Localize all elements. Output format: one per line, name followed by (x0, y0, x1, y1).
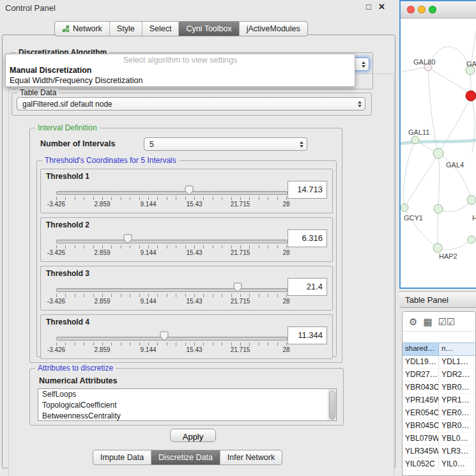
network-node[interactable] (411, 136, 419, 144)
attributes-group-title: Attributes to discretize (35, 364, 116, 372)
settings-gear-icon[interactable]: ⚙ (409, 317, 417, 326)
axis-tick-label: 15.43 (186, 346, 202, 353)
axis-tick-label: 21.715 (231, 249, 250, 256)
table-row[interactable]: YBL079WYBL0… (403, 433, 475, 445)
table-panel-titlebar[interactable]: Table Panel (399, 291, 476, 308)
threshold-box-4: Threshold 4-3.4262.8599.14415.4321.71528… (40, 314, 333, 359)
attribute-item-selfloops[interactable]: SelfLoops (38, 389, 336, 400)
axis-tick-label: 2.859 (94, 249, 110, 256)
table-data-group-title: Table Data (17, 88, 59, 97)
popup-item-manual-discretization[interactable]: Manual Discretization (6, 65, 355, 75)
network-node[interactable] (468, 236, 475, 243)
scrollbar-thumb[interactable] (329, 390, 335, 420)
minimize-traffic-light[interactable] (418, 6, 426, 13)
tab-discretize-data[interactable]: Discretize Data (151, 450, 220, 464)
column-header-0[interactable]: shared… (403, 343, 439, 355)
threshold-value-input[interactable]: 6.316 (288, 229, 327, 247)
tab-infer-network[interactable]: Infer Network (220, 450, 282, 464)
axis-tick-label: -3.426 (47, 346, 65, 353)
network-node[interactable] (467, 196, 476, 204)
slider-thumb-icon[interactable] (185, 185, 194, 196)
column-header-1[interactable]: n… (439, 343, 475, 355)
tab-cyni-toolbox[interactable]: Cyni Toolbox (179, 22, 239, 36)
list-scrollbar[interactable] (328, 389, 336, 420)
cell-name: YBL0… (439, 433, 475, 445)
network-node[interactable] (433, 243, 442, 252)
cell-shared-name: YER054C (403, 407, 439, 419)
network-edge (438, 240, 472, 250)
axis-tick-label: 28 (282, 346, 289, 353)
tab-label: Select (150, 22, 172, 36)
table-row[interactable]: YBR043CYBR0… (403, 381, 475, 394)
show-columns-icon[interactable]: ☑☑ (438, 317, 456, 326)
popup-header: Select algorithm to view settings (6, 54, 355, 65)
axis-tick-label: 15.43 (186, 298, 202, 305)
node-label: GAL80 (413, 58, 435, 66)
tab-label: Cyni Toolbox (186, 22, 231, 36)
threshold-slider[interactable]: -3.4262.8599.14415.4321.71528 (56, 330, 286, 355)
network-node[interactable] (466, 91, 476, 101)
tab-label: Discretize Data (158, 450, 213, 464)
tab-label: Impute Data (100, 450, 144, 464)
network-edge (404, 153, 438, 208)
tab-jactivemodules[interactable]: jActiveModules (240, 22, 307, 36)
threshold-value-input[interactable]: 14.713 (288, 181, 327, 199)
table-row[interactable]: YBR045CYBR0… (403, 420, 475, 433)
popup-item-equal-width-frequency-discretization[interactable]: Equal Width/Frequency Discretization (6, 75, 355, 86)
slider-track[interactable] (56, 337, 288, 341)
attribute-items: SelfLoopsTopologicalCoefficientBetweenne… (38, 389, 336, 421)
slider-thumb-icon[interactable] (123, 234, 132, 244)
table-row[interactable]: YIL052CYIL0… (403, 458, 475, 471)
table-row[interactable]: YLR345WYLR3… (403, 445, 475, 458)
slider-tick-labels: -3.4262.8599.14415.4321.71528 (56, 249, 286, 257)
table-row[interactable]: YDL19…YDL1… (403, 356, 475, 369)
slider-track[interactable] (56, 191, 288, 195)
table-row[interactable]: YPR145WYPR1… (403, 394, 475, 407)
network-node[interactable] (434, 204, 443, 213)
network-edge (401, 67, 428, 72)
threshold-slider[interactable]: -3.4262.8599.14415.4321.71528 (56, 282, 286, 306)
close-button[interactable]: ✕ (378, 2, 385, 12)
axis-tick-label: 9.144 (140, 346, 156, 353)
axis-tick-label: 21.715 (231, 346, 250, 353)
threshold-slider[interactable]: -3.4262.8599.14415.4321.71528 (56, 233, 286, 257)
slider-ticks (56, 294, 287, 297)
table-data-value: galFiltered.sif default node (22, 100, 112, 109)
table-toolbar: ⚙▦☑☑ (403, 312, 475, 332)
network-canvas: GAL80GALGAL11GAL4GCY1HIS4HAP2 (401, 19, 476, 288)
slider-track[interactable] (56, 240, 288, 243)
slider-track[interactable] (56, 288, 288, 292)
node-label: HIS4 (472, 214, 476, 222)
attribute-item-betweennesscentrality[interactable]: BetweennessCentrality (38, 411, 336, 421)
zoom-traffic-light[interactable] (429, 6, 436, 13)
table-row[interactable]: YDR27…YDR2… (403, 369, 475, 381)
axis-tick-label: -3.426 (47, 201, 65, 208)
tab-style[interactable]: Style (110, 22, 142, 36)
combo-stepper-icon (362, 61, 365, 68)
minimize-button[interactable]: □ (366, 2, 371, 12)
columns-icon[interactable]: ▦ (423, 317, 432, 326)
network-node[interactable] (433, 148, 443, 158)
threshold-label: Threshold 1 (46, 172, 89, 181)
tab-impute-data[interactable]: Impute Data (93, 450, 151, 464)
attribute-item-topologicalcoefficient[interactable]: TopologicalCoefficient (38, 400, 336, 411)
num-intervals-value: 5 (150, 140, 154, 149)
threshold-value-input[interactable]: 21.4 (288, 278, 327, 296)
threshold-value-input[interactable]: 11.344 (288, 326, 327, 344)
network-node[interactable] (401, 204, 408, 211)
threshold-slider[interactable]: -3.4262.8599.14415.4321.71528 (56, 185, 286, 209)
node-label: GAL4 (446, 161, 464, 169)
close-traffic-light[interactable] (407, 6, 415, 13)
table-row[interactable]: YER054CYER0… (403, 407, 475, 420)
cell-name: YDR2… (439, 369, 475, 381)
table-data-combobox[interactable]: galFiltered.sif default node (17, 97, 365, 111)
apply-button[interactable]: Apply (170, 429, 216, 442)
tab-network[interactable]: Network (55, 22, 110, 36)
slider-thumb-icon[interactable] (160, 331, 169, 341)
network-edge (471, 96, 475, 153)
axis-tick-label: 21.715 (231, 201, 250, 208)
slider-thumb-icon[interactable] (233, 282, 242, 293)
num-intervals-combobox[interactable]: 5 (144, 137, 307, 151)
tab-select[interactable]: Select (142, 22, 180, 36)
popup-items: Manual DiscretizationEqual Width/Frequen… (6, 65, 355, 86)
